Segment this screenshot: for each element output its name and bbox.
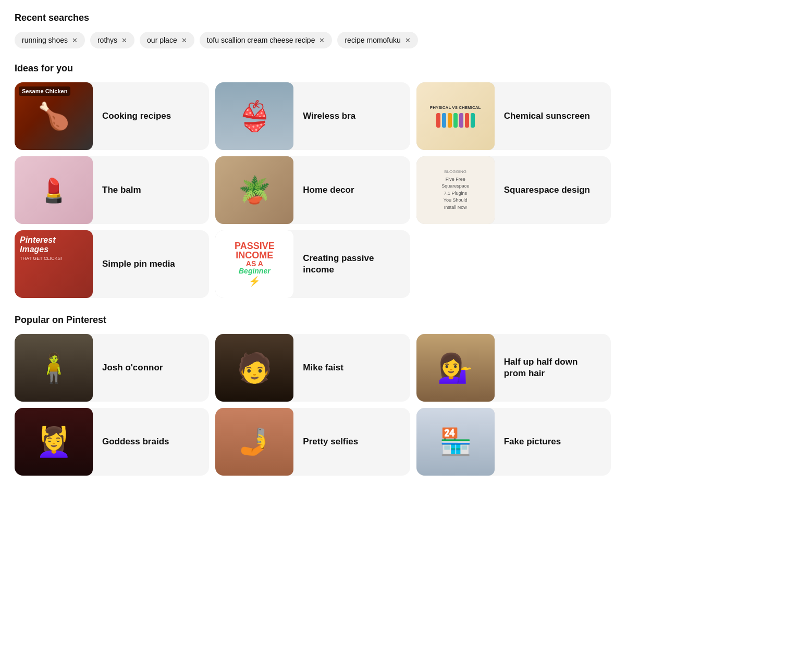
ideas-grid: Sesame Chicken Cooking recipes Wireless …	[15, 82, 611, 298]
card-the-balm[interactable]: The balm	[15, 156, 209, 224]
card-home-decor[interactable]: Home decor	[215, 156, 410, 224]
thumb-goddess-braids	[15, 408, 93, 476]
card-chemical-sunscreen[interactable]: PHYSICAL VS CHEMICAL Chemical sunscr	[416, 82, 611, 150]
card-label-chemical-sunscreen: Chemical sunscreen	[495, 110, 611, 122]
thumb-passive-income: PASSIVE INCOME AS A Beginner ⚡	[215, 230, 293, 298]
thumb-josh-oconnor	[15, 334, 93, 402]
chip-remove-icon[interactable]: ✕	[319, 37, 325, 44]
card-label-squarespace: Squarespace design	[495, 184, 611, 196]
thumb-mike-faist	[215, 334, 293, 402]
card-label-mike-faist: Mike faist	[293, 362, 410, 374]
thumb-fake-pictures	[416, 408, 495, 476]
thumb-chemical-sunscreen: PHYSICAL VS CHEMICAL	[416, 82, 495, 150]
card-label-simple-pin-media: Simple pin media	[93, 258, 209, 270]
chip-rothys[interactable]: rothys ✕	[90, 32, 134, 48]
card-label-half-up-hair: Half up half down prom hair	[495, 356, 611, 379]
sesame-overlay-label: Sesame Chicken	[19, 86, 70, 96]
popular-grid: Josh o'connor Mike faist Half up half do…	[15, 334, 611, 476]
card-half-up-hair[interactable]: Half up half down prom hair	[416, 334, 611, 402]
thumb-pretty-selfies	[215, 408, 293, 476]
chip-label: running shoes	[22, 36, 68, 44]
chip-label: rothys	[97, 36, 117, 44]
card-cooking-recipes[interactable]: Sesame Chicken Cooking recipes	[15, 82, 209, 150]
card-pretty-selfies[interactable]: Pretty selfies	[215, 408, 410, 476]
card-label-wireless-bra: Wireless bra	[293, 110, 410, 122]
recent-searches-section: Recent searches running shoes ✕ rothys ✕…	[15, 13, 611, 48]
card-goddess-braids[interactable]: Goddess braids	[15, 408, 209, 476]
card-mike-faist[interactable]: Mike faist	[215, 334, 410, 402]
thumb-simple-pin-media: PinterestImages THAT GET CLICKS!	[15, 230, 93, 298]
thumb-home-decor	[215, 156, 293, 224]
chip-label: tofu scallion cream cheese recipe	[207, 36, 315, 44]
chip-momofuku[interactable]: recipe momofuku ✕	[337, 32, 417, 48]
card-label-goddess-braids: Goddess braids	[93, 436, 209, 447]
card-label-josh-oconnor: Josh o'connor	[93, 362, 209, 374]
card-josh-oconnor[interactable]: Josh o'connor	[15, 334, 209, 402]
chip-tofu[interactable]: tofu scallion cream cheese recipe ✕	[200, 32, 333, 48]
chips-row: running shoes ✕ rothys ✕ our place ✕ tof…	[15, 32, 611, 48]
thumb-wireless-bra	[215, 82, 293, 150]
chip-remove-icon[interactable]: ✕	[181, 37, 187, 44]
card-label-the-balm: The balm	[93, 184, 209, 196]
card-fake-pictures[interactable]: Fake pictures	[416, 408, 611, 476]
popular-title: Popular on Pinterest	[15, 315, 611, 326]
chip-running-shoes[interactable]: running shoes ✕	[15, 32, 85, 48]
card-squarespace-design[interactable]: BLOGGING Five FreeSquarespace7.1 Plugins…	[416, 156, 611, 224]
popular-section: Popular on Pinterest Josh o'connor Mike …	[15, 315, 611, 476]
card-label-cooking-recipes: Cooking recipes	[93, 110, 209, 122]
card-label-passive-income: Creating passive income	[293, 253, 410, 276]
ideas-title: Ideas for you	[15, 63, 611, 74]
thumb-the-balm	[15, 156, 93, 224]
chip-remove-icon[interactable]: ✕	[405, 37, 411, 44]
card-simple-pin-media[interactable]: PinterestImages THAT GET CLICKS! Simple …	[15, 230, 209, 298]
thumb-half-up-hair	[416, 334, 495, 402]
card-wireless-bra[interactable]: Wireless bra	[215, 82, 410, 150]
chip-our-place[interactable]: our place ✕	[140, 32, 194, 48]
chip-label: our place	[147, 36, 177, 44]
chip-remove-icon[interactable]: ✕	[121, 37, 127, 44]
thumb-squarespace: BLOGGING Five FreeSquarespace7.1 Plugins…	[416, 156, 495, 224]
ideas-section: Ideas for you Sesame Chicken Cooking rec…	[15, 63, 611, 298]
chip-remove-icon[interactable]: ✕	[72, 37, 78, 44]
thumb-sesame-chicken: Sesame Chicken	[15, 82, 93, 150]
card-passive-income[interactable]: PASSIVE INCOME AS A Beginner ⚡ Creating …	[215, 230, 410, 298]
card-label-home-decor: Home decor	[293, 184, 410, 196]
card-label-pretty-selfies: Pretty selfies	[293, 436, 410, 447]
card-label-fake-pictures: Fake pictures	[495, 436, 611, 447]
recent-searches-title: Recent searches	[15, 13, 611, 23]
chip-label: recipe momofuku	[345, 36, 400, 44]
